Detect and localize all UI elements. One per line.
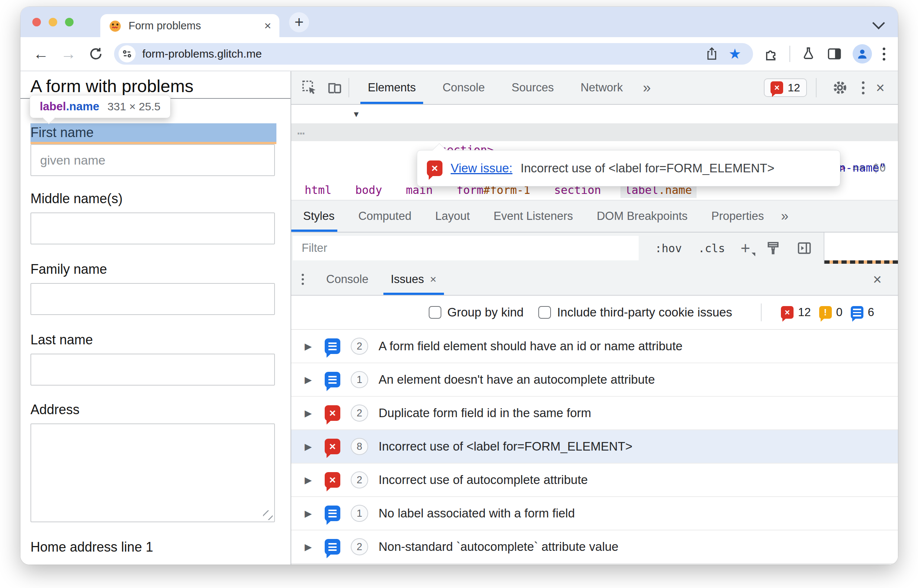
url-bar[interactable]: form-problems.glitch.me ★ [114,43,753,65]
expand-arrow-icon[interactable]: ▶ [305,408,314,418]
devtools-toolbar: ElementsConsoleSourcesNetwork » 12 × [291,71,898,105]
reload-button[interactable] [88,46,103,61]
browser-tab[interactable]: Form problems × [100,14,280,37]
styles-tab[interactable]: Styles [291,200,346,232]
expand-arrow-icon[interactable]: ▶ [305,441,314,452]
inspect-element-icon[interactable] [301,79,318,96]
new-style-rule-button[interactable]: + [741,240,750,256]
issue-title: An element doesn't have an autocomplete … [378,373,655,387]
family-name-input[interactable] [31,283,275,315]
styles-sidebar-stub [824,233,898,264]
issue-title: Duplicate form field id in the same form [378,406,591,420]
url-text[interactable]: form-problems.glitch.me [142,48,262,60]
issue-count-pill: 8 [351,438,368,455]
hover-state-toggle[interactable]: :hov [655,242,682,255]
first-name-input[interactable] [31,144,275,176]
drawer-tab-issues[interactable]: Issues × [380,264,448,295]
devtools-menu-kebab-icon[interactable] [862,81,865,94]
styles-filter-input[interactable] [293,236,638,260]
view-issue-link[interactable]: View issue: [451,161,512,175]
middle-name-input[interactable] [31,212,275,244]
devtools-tabs: ElementsConsoleSourcesNetwork [354,71,636,104]
issue-count-badge: 12 [781,306,811,319]
devtools-close-icon[interactable]: × [876,80,884,95]
code-line-label-selected[interactable]: … <label for class="name" name="first-na… [291,123,898,141]
issue-kind-icon [325,539,340,554]
experiments-flask-icon[interactable] [801,46,816,61]
issue-kind-icon [325,372,340,388]
issue-title: Non-standard `autocomplete` attribute va… [378,540,619,554]
styles-tab[interactable]: Event Listeners [482,200,585,232]
browser-menu-kebab-icon[interactable] [882,48,885,61]
issue-row[interactable]: ▶ 2 Non-standard `autocomplete` attribut… [291,530,898,564]
drawer-tab-console[interactable]: Console [315,264,380,295]
expand-arrow-icon[interactable]: ▶ [305,508,314,519]
device-toolbar-icon[interactable] [326,79,343,96]
back-button[interactable]: ← [33,46,48,61]
computed-panel-toggle-icon[interactable] [796,240,813,256]
new-tab-button[interactable]: + [289,12,309,32]
maximize-window-button[interactable] [65,18,74,26]
bookmark-star-icon[interactable]: ★ [729,47,741,61]
side-panel-icon[interactable] [827,46,842,61]
expand-arrow-icon[interactable]: ▶ [305,375,314,385]
tab-search-chevron-icon[interactable] [872,17,885,29]
drawer-tab-bar: Console Issues × × [291,264,898,296]
close-window-button[interactable] [32,18,41,26]
more-tabs-icon[interactable]: » [636,80,657,96]
expand-arrow-icon[interactable]: ▶ [305,341,314,352]
expand-arrow-icon[interactable]: ▶ [305,541,314,552]
issue-row[interactable]: ▶ 1 An element doesn't have an autocompl… [291,363,898,397]
breadcrumb-item[interactable]: body [351,182,386,198]
web-page: A form with problems label.name 331 × 25… [21,71,291,565]
styles-tab[interactable]: Computed [346,200,423,232]
node-menu-dots-icon[interactable]: … [297,121,306,139]
styles-more-tabs-icon[interactable]: » [776,208,794,224]
issue-kind-icon [325,439,340,454]
address-textarea[interactable] [31,423,275,522]
issue-count-pill: 2 [351,472,368,488]
tab-close-icon[interactable]: × [264,20,271,32]
issue-title: No label associated with a form field [378,506,575,520]
styles-tab[interactable]: Layout [423,200,482,232]
rendering-brush-icon[interactable] [765,240,781,256]
code-line-section[interactable]: ▼ <section> [291,105,898,123]
class-toggle[interactable]: .cls [698,242,725,255]
minimize-window-button[interactable] [48,18,57,26]
issues-tab-close-icon[interactable]: × [430,273,436,286]
forward-button[interactable]: → [61,46,76,61]
devtools-tab[interactable]: Elements [354,71,429,104]
devtools-tab[interactable]: Network [567,71,637,104]
drawer-close-icon[interactable]: × [873,271,882,288]
share-icon[interactable] [705,47,719,61]
drawer-menu-kebab-icon[interactable] [302,271,304,287]
issue-row[interactable]: ▶ 2 Duplicate form field id in the same … [291,397,898,430]
issue-row[interactable]: ▶ 2 Incorrect use of autocomplete attrib… [291,464,898,497]
disclosure-triangle-icon[interactable]: ▼ [352,105,360,123]
third-party-checkbox[interactable] [538,306,551,319]
error-counter-button[interactable]: 12 [764,78,806,97]
settings-gear-icon[interactable] [831,79,849,96]
devtools-tab[interactable]: Sources [498,71,567,104]
highlighted-first-name-label[interactable]: First name [31,123,276,142]
extensions-puzzle-icon[interactable] [763,46,779,61]
issue-count-pill: 2 [351,404,368,422]
window-controls [32,18,74,26]
devtools-tab[interactable]: Console [429,71,498,104]
issue-row[interactable]: ▶ 1 No label associated with a form fiel… [291,497,898,530]
breadcrumb-item[interactable]: html [300,182,336,198]
family-name-label: Family name [31,262,107,277]
styles-tab[interactable]: DOM Breakpoints [585,200,700,232]
profile-avatar[interactable] [853,44,872,63]
issue-row[interactable]: ▶ 8 Incorrect use of <label for=FORM_ELE… [291,430,898,464]
group-by-kind-checkbox[interactable] [429,306,441,319]
issue-kind-icon [781,306,794,319]
tab-title: Form problems [129,20,264,32]
expand-arrow-icon[interactable]: ▶ [305,475,314,485]
issue-row[interactable]: ▶ 2 A form field element should have an … [291,330,898,363]
styles-tab[interactable]: Properties [700,200,776,232]
last-name-input[interactable] [31,354,275,386]
address-label: Address [31,402,79,417]
site-settings-icon[interactable] [118,45,136,62]
error-bubble-icon [771,81,783,94]
